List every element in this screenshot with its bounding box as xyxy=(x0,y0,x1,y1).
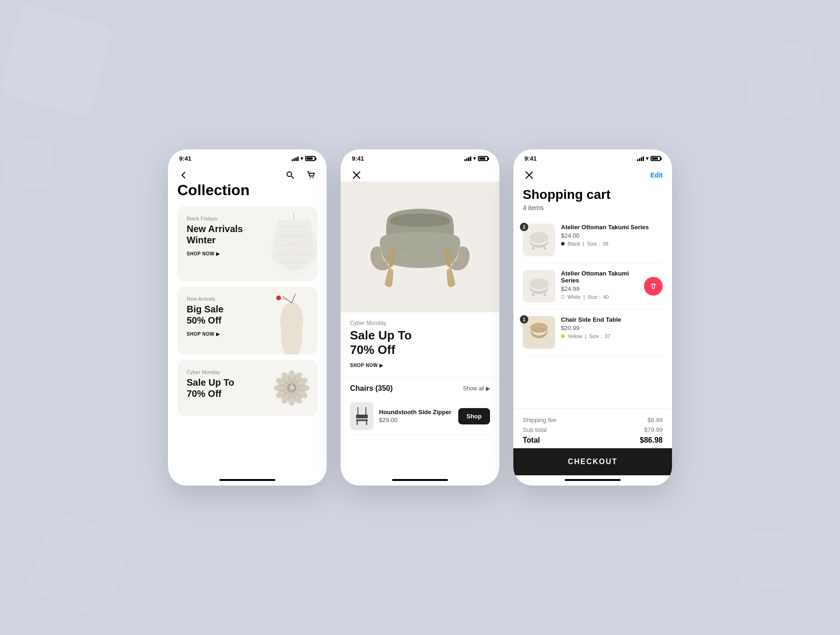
item1-details: Atelier Ottoman Takumi Series $24.00 Bla… xyxy=(561,224,663,247)
battery-icon-1 xyxy=(305,156,315,161)
product-info-1: Houndstooth Side Zipper $29.00 xyxy=(379,409,453,423)
item2-name: Atelier Ottoman Takumi Series xyxy=(561,270,638,284)
chair-image xyxy=(359,196,481,298)
nav-2 xyxy=(341,165,499,182)
item1-separator: | xyxy=(583,241,584,247)
home-indicator-2 xyxy=(392,479,448,481)
item3-price: $20.99 xyxy=(561,325,663,332)
subtotal-value: $79.99 xyxy=(644,426,663,433)
item3-badge: 1 xyxy=(520,315,528,324)
product-image-area xyxy=(341,182,499,312)
status-bar-1: 9:41 ▾ xyxy=(168,149,327,165)
close-button-2[interactable] xyxy=(350,169,363,182)
item1-price: $24.00 xyxy=(561,232,663,239)
product-cta[interactable]: SHOP NOW ▶ xyxy=(350,363,490,368)
card-cyber-monday[interactable]: Cyber Monday Sale Up To70% Off xyxy=(177,360,317,416)
item3-color-name: Yellow xyxy=(567,333,582,339)
item3-meta: Yellow | Size : 37 xyxy=(561,333,663,339)
item1-size-label: Size : xyxy=(587,241,600,247)
item1-size: 38 xyxy=(602,241,608,247)
search-button-1[interactable] xyxy=(284,169,297,182)
wifi-icon-1: ▾ xyxy=(301,155,303,162)
item2-details: Atelier Ottoman Takumi Series $24.99 Whi… xyxy=(561,270,638,300)
close-button-3[interactable] xyxy=(523,169,536,182)
card3-title: Sale Up To70% Off xyxy=(187,377,308,399)
total-label: Total xyxy=(523,436,540,444)
svg-rect-30 xyxy=(356,419,368,421)
delete-button-2[interactable] xyxy=(644,277,663,296)
item2-price: $24.99 xyxy=(561,285,638,292)
item2-meta: White | Size : 40 xyxy=(561,294,638,300)
item3-details: Chair Side End Table $20.99 Yellow | Siz… xyxy=(561,316,663,339)
card1-cta[interactable]: SHOP NOW ▶ xyxy=(187,251,308,256)
edit-button[interactable]: Edit xyxy=(651,171,663,179)
svg-rect-31 xyxy=(357,421,358,425)
shipping-label: Shipping fee xyxy=(523,416,556,423)
phones-container: 9:41 ▾ xyxy=(168,149,672,486)
show-all-btn[interactable]: Show all ▶ xyxy=(463,385,490,392)
svg-rect-40 xyxy=(544,293,546,296)
svg-line-6 xyxy=(292,294,296,303)
svg-point-35 xyxy=(530,232,548,243)
shop-button-1[interactable]: Shop xyxy=(458,408,490,424)
svg-rect-36 xyxy=(532,247,534,250)
item1-badge: 2 xyxy=(520,223,528,231)
svg-point-1 xyxy=(310,177,311,178)
card1-title: New ArrivalsWinter xyxy=(187,223,308,246)
battery-icon-2 xyxy=(478,156,488,161)
time-2: 9:41 xyxy=(352,155,364,162)
svg-rect-27 xyxy=(357,407,358,416)
chairs-title: Chairs (350) xyxy=(350,384,393,393)
svg-rect-29 xyxy=(356,415,368,418)
nav-3: Edit xyxy=(513,165,672,183)
back-button-1[interactable] xyxy=(177,169,190,182)
time-3: 9:41 xyxy=(525,155,537,162)
subtotal-row: Sub total $79.99 xyxy=(523,426,663,433)
phone1-content: Collection Black Fridays New ArrivalsWin… xyxy=(168,182,327,475)
svg-point-2 xyxy=(313,177,314,178)
item3-size: 37 xyxy=(605,333,610,339)
item3-size-label: Size : xyxy=(589,333,602,339)
cart-button-1[interactable] xyxy=(304,169,317,182)
item3-color-dot xyxy=(561,334,565,338)
status-icons-3: ▾ xyxy=(637,155,661,162)
card-new-arrivals[interactable]: Black Fridays New ArrivalsWinter SHOP NO… xyxy=(177,206,317,281)
svg-rect-37 xyxy=(544,247,546,250)
cart-summary: Shipping fee $6.99 Sub total $79.99 Tota… xyxy=(513,409,672,448)
svg-rect-28 xyxy=(365,407,366,416)
home-indicator-3 xyxy=(565,479,621,481)
item1-color-dot xyxy=(561,242,565,246)
svg-point-8 xyxy=(276,296,281,300)
item2-size: 40 xyxy=(603,294,609,300)
svg-line-5 xyxy=(282,296,292,303)
ottoman-icon-1 xyxy=(527,228,551,252)
signal-icon-3 xyxy=(637,156,644,161)
item2-image xyxy=(523,270,555,303)
collection-title: Collection xyxy=(177,182,317,199)
battery-icon-3 xyxy=(651,156,661,161)
checkout-button[interactable]: CHECKOUT xyxy=(513,448,672,475)
status-icons-2: ▾ xyxy=(464,155,488,162)
card2-cta[interactable]: SHOP NOW ▶ xyxy=(187,332,308,337)
item2-separator: | xyxy=(583,294,585,300)
phone-collection: 9:41 ▾ xyxy=(168,149,327,486)
signal-icon-1 xyxy=(292,156,299,161)
cart-item-2: Atelier Ottoman Takumi Series $24.99 Whi… xyxy=(523,263,663,310)
status-bar-2: 9:41 ▾ xyxy=(341,149,499,165)
item1-meta: Black | Size : 38 xyxy=(561,241,663,247)
item1-name: Atelier Ottoman Takumi Series xyxy=(561,224,663,231)
svg-rect-32 xyxy=(366,421,367,425)
product-name-1: Houndstooth Side Zipper xyxy=(379,409,453,416)
phone-cart: 9:41 ▾ Edit Shopping cart xyxy=(513,149,672,486)
card2-title: Big Sale50% Off xyxy=(187,303,308,326)
product-sublabel: Cyber Monday xyxy=(350,320,490,326)
card-big-sale[interactable]: New Arrivals Big Sale50% Off SHOP NOW ▶ xyxy=(177,287,317,354)
item2-color-name: White xyxy=(567,294,581,300)
signal-icon-2 xyxy=(464,156,471,161)
product-thumb-1 xyxy=(350,402,373,430)
home-indicator-1 xyxy=(219,479,275,481)
item3-name: Chair Side End Table xyxy=(561,316,663,323)
total-row: Total $86.98 xyxy=(523,436,663,444)
ottoman-icon-2 xyxy=(527,275,551,298)
item2-color-dot xyxy=(561,295,565,299)
